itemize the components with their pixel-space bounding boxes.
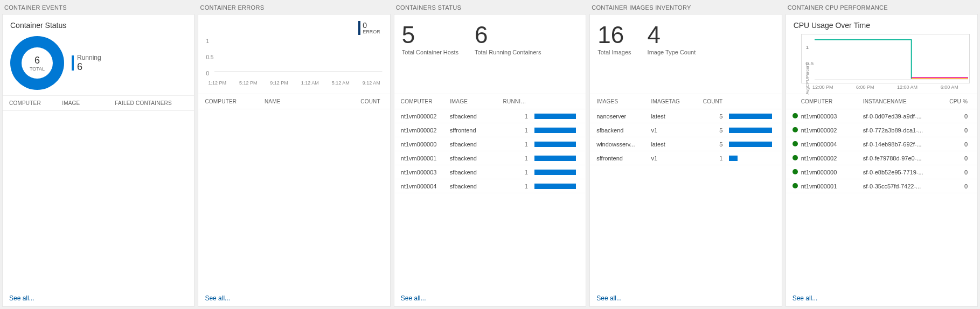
cell-bar bbox=[531, 156, 579, 161]
table-row[interactable]: nt1vm000001sf-0-35cc57fd-7422-...0 bbox=[786, 179, 977, 193]
table-row[interactable]: nt1vm000003sf-0-0d07ed39-a9df-...0 bbox=[786, 109, 977, 123]
table-row[interactable]: nt1vm000002sffrontend1 bbox=[394, 123, 586, 137]
cell-computer: nt1vm000004 bbox=[801, 141, 863, 148]
cell-instance: sf-0-14eb98b7-692f-... bbox=[863, 141, 941, 148]
table-header: IMAGES IMAGETAG COUNT bbox=[590, 94, 781, 109]
table-rows-empty bbox=[198, 109, 390, 290]
status-ok-icon bbox=[793, 113, 798, 118]
cell-image: sfbackend bbox=[450, 169, 503, 175]
table-rows: nt1vm000003sf-0-0d07ed39-a9df-...0nt1vm0… bbox=[786, 109, 977, 290]
cell-imagetag: v1 bbox=[651, 127, 697, 134]
see-all-link[interactable]: See all... bbox=[786, 290, 977, 306]
panel-title: CONTAINER EVENTS bbox=[2, 2, 194, 14]
see-all-link[interactable]: See all... bbox=[590, 290, 781, 306]
table-row[interactable]: nt1vm000003sfbackend1 bbox=[394, 165, 586, 179]
panel-cpu-performance: CONTAINER CPU PERFORMANCE CPU Usage Over… bbox=[786, 2, 978, 307]
status-ok-icon bbox=[793, 141, 798, 146]
metric-label: Image Type Count bbox=[648, 49, 696, 55]
cell-instance: sf-0-e8b52e95-7719-... bbox=[863, 169, 941, 175]
cell-cpu: 0 bbox=[941, 141, 971, 148]
table-row[interactable]: nt1vm000004sfbackend1 bbox=[394, 179, 586, 193]
cell-instance: sf-0-35cc57fd-7422-... bbox=[863, 183, 941, 189]
col-name: NAME bbox=[265, 99, 324, 104]
status-ok-icon bbox=[793, 169, 798, 174]
cell-running: 1 bbox=[503, 169, 531, 175]
col-count: COUNT bbox=[697, 99, 726, 104]
cell-instance: sf-0-772a3b89-dca1-... bbox=[863, 127, 941, 134]
col-failed: FAILED CONTAINERS bbox=[115, 100, 187, 106]
table-row[interactable]: nt1vm000004sf-0-14eb98b7-692f-...0 bbox=[786, 137, 977, 151]
cell-computer: nt1vm000001 bbox=[801, 183, 863, 189]
table-row[interactable]: sfbackendv15 bbox=[590, 123, 781, 137]
legend-bar-icon bbox=[72, 55, 74, 71]
cell-bar bbox=[726, 156, 775, 161]
cell-bar bbox=[531, 114, 579, 119]
table-row[interactable]: sffrontendv11 bbox=[590, 151, 781, 165]
error-badge: 0 ERROR bbox=[358, 21, 380, 35]
y-tick: 1 bbox=[206, 38, 209, 44]
see-all-link[interactable]: See all... bbox=[198, 290, 390, 306]
cell-cpu: 0 bbox=[941, 127, 971, 134]
panel-containers-status: CONTAINERS STATUS 5 Total Container Host… bbox=[394, 2, 586, 307]
cell-status bbox=[793, 113, 801, 120]
metric-label: Total Running Containers bbox=[475, 49, 541, 55]
table-header: COMPUTER IMAGE RUNNING bbox=[394, 94, 586, 109]
panel-container-errors: CONTAINER ERRORS 0 ERROR 1 0.5 0 bbox=[198, 2, 390, 307]
x-tick: 5:12 PM bbox=[239, 80, 258, 86]
legend-label: Running bbox=[77, 54, 101, 61]
cell-computer: nt1vm000003 bbox=[801, 113, 863, 120]
metric-image-type-count: 4 Image Type Count bbox=[648, 23, 696, 55]
cell-running: 1 bbox=[503, 141, 531, 148]
cell-computer: nt1vm000004 bbox=[401, 183, 450, 189]
donut-total-label: TOTAL bbox=[30, 66, 45, 72]
cell-running: 1 bbox=[503, 183, 531, 189]
status-ok-icon bbox=[793, 183, 798, 188]
x-tick: 9:12 PM bbox=[270, 80, 288, 86]
cell-computer: nt1vm000000 bbox=[801, 169, 863, 175]
cell-status bbox=[793, 141, 801, 148]
cell-status bbox=[793, 183, 801, 189]
cell-image: sffrontend bbox=[450, 127, 503, 134]
see-all-link[interactable]: See all... bbox=[394, 290, 586, 306]
cell-cpu: 0 bbox=[941, 113, 971, 120]
metric-total-hosts: 5 Total Container Hosts bbox=[402, 23, 458, 55]
col-status bbox=[793, 99, 801, 104]
y-tick: 0 bbox=[206, 71, 209, 76]
table-row[interactable]: nt1vm000001sfbackend1 bbox=[394, 151, 586, 165]
col-instance: INSTANCENAME bbox=[863, 99, 941, 104]
status-ok-icon bbox=[793, 155, 798, 160]
cell-image: sfbackend bbox=[450, 155, 503, 161]
table-rows: nt1vm000002sfbackend1nt1vm000002sffronte… bbox=[394, 109, 586, 290]
table-row[interactable]: nt1vm000002sf-0-fe79788d-97e0-...0 bbox=[786, 151, 977, 165]
table-header: COMPUTER INSTANCENAME CPU % bbox=[786, 94, 977, 109]
x-axis-labels: 12:00 PM 6:00 PM 12:00 AM 6:00 AM bbox=[801, 85, 970, 90]
col-computer: COMPUTER bbox=[205, 99, 264, 104]
table-row[interactable]: nt1vm000002sf-0-772a3b89-dca1-...0 bbox=[786, 123, 977, 137]
cell-running: 1 bbox=[503, 127, 531, 134]
table-row[interactable]: nt1vm000000sf-0-e8b52e95-7719-...0 bbox=[786, 165, 977, 179]
table-row[interactable]: windowsserv...latest5 bbox=[590, 137, 781, 151]
cell-bar bbox=[726, 128, 775, 133]
table-row[interactable]: nanoserverlatest5 bbox=[590, 109, 781, 123]
cell-image: sfbackend bbox=[450, 141, 503, 148]
metric-total-images: 16 Total Images bbox=[597, 23, 631, 55]
panel-title: CONTAINER IMAGES INVENTORY bbox=[589, 2, 782, 14]
cell-computer: nt1vm000002 bbox=[801, 155, 863, 161]
y-tick: 1 bbox=[805, 45, 809, 50]
cell-imagetag: v1 bbox=[651, 155, 697, 161]
cell-cpu: 0 bbox=[941, 183, 971, 189]
metric-value: 4 bbox=[648, 23, 696, 47]
col-computer: COMPUTER bbox=[9, 100, 62, 106]
cell-images: sfbackend bbox=[596, 127, 651, 134]
metric-value: 16 bbox=[597, 23, 631, 47]
table-row[interactable]: nt1vm000002sfbackend1 bbox=[394, 109, 586, 123]
col-running: RUNNING bbox=[503, 99, 531, 104]
cell-image: sfbackend bbox=[450, 183, 503, 189]
cell-computer: nt1vm000003 bbox=[401, 169, 450, 175]
see-all-link[interactable]: See all... bbox=[3, 290, 194, 306]
metric-value: 5 bbox=[402, 23, 458, 47]
table-row[interactable]: nt1vm000000sfbackend1 bbox=[394, 137, 586, 151]
donut-chart: 6 TOTAL bbox=[10, 36, 64, 90]
col-bar bbox=[726, 99, 775, 104]
x-tick: 6:00 PM bbox=[856, 85, 874, 90]
